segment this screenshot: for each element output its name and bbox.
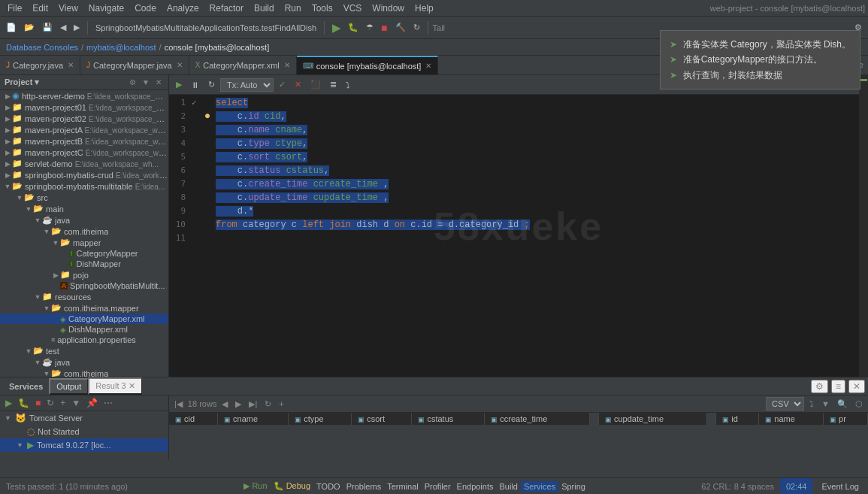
results-search-btn[interactable]: 🔍 <box>835 399 850 410</box>
col-csort[interactable]: ▣csort <box>352 413 412 425</box>
sidebar-item-com-itheima[interactable]: ▼ 📂 com.itheima <box>0 226 168 237</box>
bottom-close-btn[interactable]: ✕ <box>848 380 865 393</box>
sidebar-item-mapper-folder[interactable]: ▼ 📂 mapper <box>0 237 168 248</box>
sidebar-close-btn[interactable]: ✕ <box>153 77 164 87</box>
sidebar-item-springboot-main[interactable]: A SpringbootMybatisMultit... <box>0 280 168 291</box>
col-ccreate-time[interactable]: ▣ccreate_time <box>485 413 590 425</box>
sidebar-item-maven-projectA[interactable]: ▶ 📁 maven-projectA E:\idea_workspace_wh.… <box>0 124 168 135</box>
stop-exec-btn[interactable]: ⏸ <box>187 79 203 91</box>
tab-close-2[interactable]: ✕ <box>284 61 290 69</box>
menu-analyze[interactable]: Analyze <box>162 2 204 15</box>
results-table-wrapper[interactable]: ▣cid ▣cname ▣ctype ▣csort ▣cstatus ▣ccre… <box>169 413 868 459</box>
results-compare-btn[interactable]: ⬡ <box>853 399 865 410</box>
endpoints-tab-btn[interactable]: Endpoints <box>454 481 497 492</box>
tab-category-mapper-xml[interactable]: X CategoryMapper.xml ✕ <box>189 56 297 75</box>
spring-tab-btn[interactable]: Spring <box>558 481 588 492</box>
results-next-btn[interactable]: ▶ <box>233 399 243 410</box>
menu-vcs[interactable]: VCS <box>339 2 367 15</box>
commit-btn[interactable]: ✓ <box>275 78 289 91</box>
debug-tab-btn[interactable]: 🐛 Debug <box>271 480 313 492</box>
svc-item-tomcat-instance[interactable]: ▼ ▶ Tomcat 9.0.27 [loc... <box>0 438 168 452</box>
execute-btn[interactable]: ▶ <box>172 78 186 91</box>
col-cname[interactable]: ▣cname <box>218 413 289 425</box>
menu-run[interactable]: Run <box>280 2 306 15</box>
toolbar-forward-btn[interactable]: ▶ <box>71 21 83 34</box>
code-editor[interactable]: 1 ✓ select 2 ● c.id cid, 3 <box>169 95 868 377</box>
build-button[interactable]: 🔨 <box>392 21 409 34</box>
sidebar-item-src[interactable]: ▼ 📂 src <box>0 192 168 203</box>
path-db-consoles[interactable]: Database Consoles <box>6 43 78 52</box>
tab-close-1[interactable]: ✕ <box>177 61 183 69</box>
coverage-button[interactable]: ☂ <box>363 21 377 34</box>
sidebar-item-main[interactable]: ▼ 📂 main <box>0 203 168 214</box>
col-cstatus[interactable]: ▣cstatus <box>412 413 485 425</box>
results-export-btn[interactable]: ⤵ <box>807 399 816 409</box>
sidebar-item-category-mapper-xml[interactable]: ◈ CategoryMapper.xml <box>0 314 168 324</box>
svc-item-tomcat-server[interactable]: ▼ 🐱 Tomcat Server <box>0 411 168 425</box>
event-log-btn[interactable]: Event Log <box>818 481 862 492</box>
toolbar-new-btn[interactable]: 📄 <box>3 21 20 34</box>
sidebar-item-maven-project01[interactable]: ▶ 📁 maven-project01 E:\idea_workspace_wh… <box>0 102 168 113</box>
stop-button[interactable]: ■ <box>378 20 390 35</box>
col-cupdate-time[interactable]: ▣cupdate_time <box>598 413 706 425</box>
menu-code[interactable]: Code <box>130 2 161 15</box>
results-filter-btn[interactable]: ▼ <box>819 399 832 409</box>
results-add-btn[interactable]: + <box>277 399 286 409</box>
svc-debug-btn[interactable]: 🐛 <box>16 397 32 409</box>
svc-reload-btn[interactable]: ↻ <box>44 397 56 409</box>
col-name[interactable]: ▣name <box>759 413 824 425</box>
sidebar-item-springboot-mybatis-crud[interactable]: ▶ 📁 springboot-mybatis-crud E:\idea_work… <box>0 169 168 180</box>
menu-view[interactable]: View <box>54 2 83 15</box>
rollback-btn[interactable]: ✕ <box>291 78 305 91</box>
build-tab-btn[interactable]: Build <box>497 481 521 492</box>
sidebar-settings-btn[interactable]: ⚙ <box>127 77 138 87</box>
menu-refactor[interactable]: Refactor <box>205 2 248 15</box>
results-prev-btn[interactable]: ◀ <box>219 399 230 410</box>
svc-stop-btn[interactable]: ■ <box>33 397 43 409</box>
tab-result3[interactable]: Result 3 ✕ <box>88 377 141 395</box>
sidebar-item-category-mapper[interactable]: I CategoryMapper <box>0 248 168 259</box>
col-id[interactable]: ▣id <box>716 413 759 425</box>
csv-select[interactable]: CSV <box>766 397 804 411</box>
sidebar-item-java[interactable]: ▼ ☕ java <box>0 214 168 226</box>
tab-console[interactable]: ⌨ console [mybatis@localhost] ✕ <box>297 56 439 75</box>
tab-close-3[interactable]: ✕ <box>425 62 431 70</box>
services-tab-btn[interactable]: Services <box>521 481 558 492</box>
reload-btn[interactable]: ↻ <box>204 78 219 91</box>
path-mybatis[interactable]: mybatis@localhost <box>86 43 156 52</box>
menu-build[interactable]: Build <box>250 2 279 15</box>
sync-button[interactable]: ↻ <box>410 21 423 34</box>
sidebar-item-servlet-demo[interactable]: ▶ 📁 servlet-demo E:\idea_workspace_wh... <box>0 158 168 169</box>
svc-add-btn[interactable]: + <box>58 397 68 409</box>
sidebar-item-maven-project02[interactable]: ▶ 📁 maven-project02 E:\idea_workspace_wh… <box>0 113 168 124</box>
col-ctype[interactable]: ▣ctype <box>289 413 352 425</box>
sidebar-item-test-com-itheima[interactable]: ▼ 📂 com.itheima <box>0 368 168 377</box>
terminal-tab-btn[interactable]: Terminal <box>384 481 422 492</box>
sidebar-item-springboot-mybatis-multitable[interactable]: ▼ 📂 springboot-mybatis-multitable E:\ide… <box>0 180 168 192</box>
sidebar-item-resources[interactable]: ▼ 📁 resources <box>0 291 168 302</box>
cancel-btn[interactable]: ⬛ <box>307 78 325 91</box>
svc-more-btn[interactable]: ⋯ <box>101 397 115 409</box>
col-pr[interactable]: ▣pr <box>824 413 868 425</box>
sidebar-item-http-server-demo[interactable]: ▶ ◉ http-server-demo E:\idea_workspace_w… <box>0 90 168 102</box>
svc-filter-btn[interactable]: ▼ <box>69 397 83 409</box>
profiler-tab-btn[interactable]: Profiler <box>422 481 454 492</box>
bottom-settings-btn[interactable]: ⚙ <box>811 380 828 393</box>
menu-tools[interactable]: Tools <box>307 2 337 15</box>
menu-file[interactable]: File <box>3 2 26 15</box>
sidebar-item-maven-projectC[interactable]: ▶ 📁 maven-projectC E:\idea_workspace_wh.… <box>0 147 168 158</box>
sidebar-item-pojo[interactable]: ▶ 📁 pojo <box>0 269 168 280</box>
sidebar-item-application-properties[interactable]: ≡ application.properties <box>0 335 168 345</box>
run-tab-btn[interactable]: ▶ Run <box>240 480 270 492</box>
toolbar-save-btn[interactable]: 💾 <box>39 21 56 34</box>
format-btn[interactable]: ≣ <box>326 78 340 91</box>
problems-tab-btn[interactable]: Problems <box>343 481 384 492</box>
menu-window[interactable]: Window <box>367 2 409 15</box>
toolbar-open-btn[interactable]: 📂 <box>21 21 38 34</box>
menu-help[interactable]: Help <box>410 2 438 15</box>
col-cid[interactable]: ▣cid <box>169 413 218 425</box>
sidebar-item-maven-projectB[interactable]: ▶ 📁 maven-projectB E:\idea_workspace_wh.… <box>0 135 168 147</box>
svc-run-btn[interactable]: ▶ <box>3 397 14 409</box>
sidebar-item-dish-mapper[interactable]: I DishMapper <box>0 259 168 269</box>
editor-scrollbar[interactable] <box>859 75 868 377</box>
